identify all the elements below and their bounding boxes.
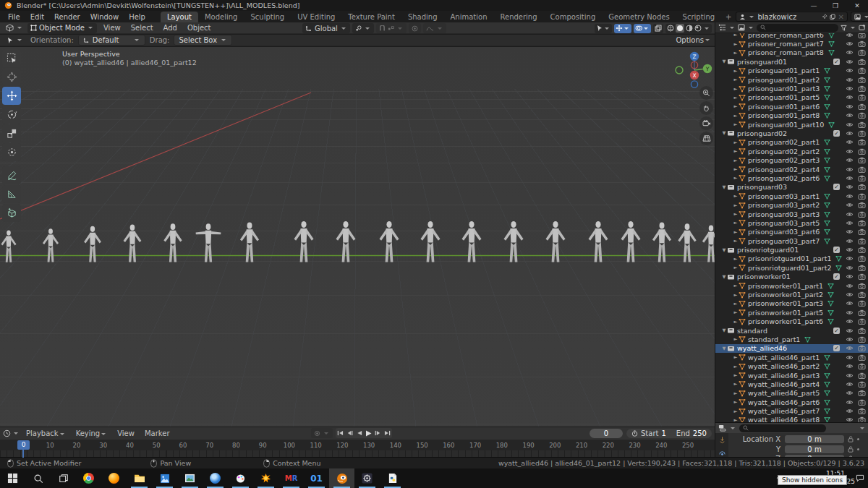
character-model[interactable]	[124, 224, 142, 262]
outliner-row[interactable]: ► prisonguard01_part5	[715, 93, 868, 102]
disable-in-renders-icon[interactable]	[858, 202, 866, 208]
timeline-menu-view[interactable]: View	[112, 429, 140, 438]
disable-in-renders-icon[interactable]	[858, 130, 866, 137]
tool-rotate[interactable]	[2, 106, 21, 124]
taskbar-file-explorer[interactable]	[127, 468, 152, 488]
hide-in-viewport-icon[interactable]	[846, 130, 854, 137]
hide-in-viewport-icon[interactable]	[846, 273, 854, 280]
tool-scale[interactable]	[2, 124, 21, 142]
menu-file[interactable]: File	[3, 12, 25, 22]
options-dropdown[interactable]: Options	[676, 36, 711, 44]
properties-editor-icon[interactable]	[718, 424, 726, 432]
expand-arrow-icon[interactable]: ►	[733, 220, 739, 226]
outliner-row[interactable]: ► wyatt_allied46_part7	[715, 406, 868, 415]
collection-checkbox[interactable]: ✓	[833, 247, 840, 253]
expand-arrow-icon[interactable]: ►	[733, 364, 739, 369]
viewport-menu-select[interactable]: Select	[126, 23, 158, 33]
playhead[interactable]: 0	[17, 440, 30, 450]
outliner-row[interactable]: ► prisonguard03_part3	[715, 210, 868, 218]
collection-checkbox[interactable]: ✓	[833, 59, 840, 65]
hide-in-viewport-icon[interactable]	[846, 77, 854, 83]
disable-in-renders-icon[interactable]	[858, 283, 866, 289]
menu-window[interactable]: Window	[85, 12, 124, 22]
shading-solid-icon[interactable]	[676, 25, 684, 32]
hide-in-viewport-icon[interactable]	[846, 255, 854, 262]
jump-to-start-button[interactable]	[336, 428, 345, 438]
disable-in-renders-icon[interactable]	[858, 354, 866, 361]
disable-in-renders-icon[interactable]	[858, 184, 866, 190]
workspace-tab-rendering[interactable]: Rendering	[493, 12, 543, 22]
disable-in-renders-icon[interactable]	[858, 148, 866, 155]
filter-caret[interactable]	[851, 27, 855, 29]
disable-in-renders-icon[interactable]	[858, 318, 866, 325]
disable-in-renders-icon[interactable]	[858, 49, 866, 56]
disable-in-renders-icon[interactable]	[858, 255, 866, 262]
expand-arrow-icon[interactable]: ►	[733, 399, 739, 405]
outliner-row[interactable]: ► prisonguard01_part3	[715, 84, 868, 93]
hide-in-viewport-icon[interactable]	[846, 265, 854, 271]
outliner-row[interactable]: ► prisonriotguard01_part2	[715, 263, 868, 272]
expand-arrow-icon[interactable]: ►	[733, 265, 739, 270]
outliner-row[interactable]: ▼ prisonworker01 ✓	[715, 273, 868, 281]
disable-in-renders-icon[interactable]	[858, 363, 866, 369]
animate-dot[interactable]	[857, 448, 859, 450]
expand-arrow-icon[interactable]: ►	[733, 50, 739, 56]
tool-annotate[interactable]	[2, 166, 21, 184]
editor-type-button[interactable]	[3, 23, 26, 33]
character-model[interactable]	[240, 223, 259, 262]
collapse-arrow-icon[interactable]: ▼	[721, 274, 727, 280]
expand-arrow-icon[interactable]: ►	[733, 193, 739, 199]
disable-in-renders-icon[interactable]	[858, 273, 866, 280]
disable-in-renders-icon[interactable]	[858, 381, 866, 388]
outliner-row[interactable]: ► prisoner_roman_part7	[715, 39, 868, 48]
expand-arrow-icon[interactable]: ►	[733, 301, 739, 307]
disable-in-renders-icon[interactable]	[858, 399, 866, 406]
expand-arrow-icon[interactable]: ►	[733, 417, 739, 422]
view-layer-selector[interactable]: ViewLayer ✕	[851, 12, 868, 22]
workspace-tab-animation[interactable]: Animation	[444, 12, 494, 22]
disable-in-renders-icon[interactable]	[858, 408, 866, 414]
expand-arrow-icon[interactable]: ►	[733, 283, 739, 288]
timeline-editor-caret[interactable]	[14, 432, 18, 435]
display-mode-icon[interactable]	[738, 24, 745, 31]
hide-in-viewport-icon[interactable]	[846, 166, 854, 173]
disable-in-renders-icon[interactable]	[858, 85, 866, 92]
expand-arrow-icon[interactable]: ►	[733, 103, 739, 109]
disable-in-renders-icon[interactable]	[858, 112, 866, 119]
auto-keying-toggle[interactable]	[311, 428, 333, 438]
tool-measure[interactable]	[2, 185, 21, 203]
timeline-menu-keying[interactable]: Keying	[71, 429, 113, 438]
outliner-row[interactable]: ► wyatt_allied46_part2	[715, 361, 868, 370]
falloff-dropdown[interactable]	[423, 23, 446, 33]
collection-checkbox[interactable]: ✓	[833, 345, 840, 351]
taskbar-firefox[interactable]	[101, 468, 127, 488]
hide-in-viewport-icon[interactable]	[846, 67, 854, 74]
menu-render[interactable]: Render	[49, 12, 85, 22]
disable-in-renders-icon[interactable]	[858, 291, 866, 298]
outliner-row[interactable]: ▼ prisonguard03 ✓	[715, 183, 868, 192]
camera-view-button[interactable]	[699, 116, 713, 130]
xray-toggle[interactable]	[653, 24, 663, 33]
lock-icon[interactable]	[848, 436, 854, 442]
outliner-row[interactable]: ► prisonguard03_part5	[715, 218, 868, 227]
hide-in-viewport-icon[interactable]	[846, 112, 854, 119]
disable-in-renders-icon[interactable]	[858, 345, 866, 351]
new-collection-icon[interactable]	[859, 24, 866, 31]
expand-arrow-icon[interactable]: ►	[733, 381, 739, 387]
outliner-row[interactable]: ▼ prisonguard01 ✓	[715, 57, 868, 66]
next-keyframe-button[interactable]	[373, 428, 383, 438]
disable-in-renders-icon[interactable]	[858, 157, 866, 163]
add-workspace-button[interactable]: +	[721, 13, 736, 21]
hide-in-viewport-icon[interactable]	[846, 309, 854, 316]
taskbar-code-app[interactable]: 01	[304, 468, 329, 488]
hide-in-viewport-icon[interactable]	[846, 193, 854, 200]
outliner-row[interactable]: ► prisonguard03_part7	[715, 236, 868, 245]
taskbar-image-viewer-app[interactable]	[177, 468, 203, 488]
timeline-menu-marker[interactable]: Marker	[140, 429, 175, 438]
tool-move[interactable]	[2, 87, 21, 105]
hide-in-viewport-icon[interactable]	[846, 148, 854, 155]
expand-arrow-icon[interactable]: ►	[733, 336, 739, 342]
outliner-row[interactable]: ► prisonguard01_part8	[715, 111, 868, 120]
tool-select-box[interactable]	[2, 49, 21, 67]
expand-arrow-icon[interactable]: ►	[733, 354, 739, 360]
